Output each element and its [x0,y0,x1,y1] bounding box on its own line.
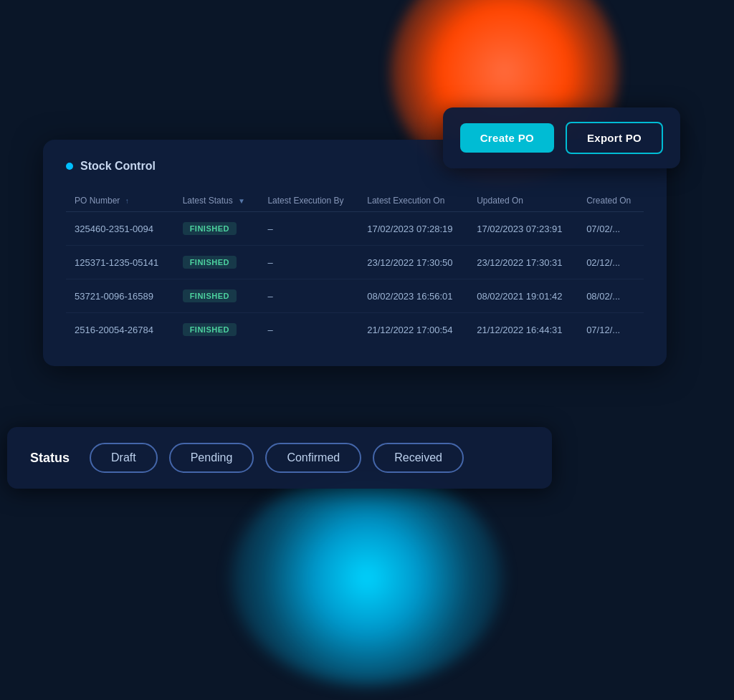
cell-updated-on: 21/12/2022 16:44:31 [468,313,578,347]
table-row: 53721-0096-16589 FINISHED – 08/02/2023 1… [66,279,644,313]
status-badge: FINISHED [183,256,237,269]
sort-icon-status: ▼ [238,197,245,205]
table-header-row: PO Number ↑ Latest Status ▼ Latest Execu… [66,190,644,212]
cell-created-on: 07/12/... [578,313,644,347]
col-latest-status: Latest Status ▼ [174,190,259,212]
cell-exec-on: 23/12/2022 17:30:50 [358,246,468,279]
po-table: PO Number ↑ Latest Status ▼ Latest Execu… [66,190,644,346]
cell-status: FINISHED [174,313,259,347]
cell-exec-by: – [259,246,358,279]
status-filter-card: Status DraftPendingConfirmedReceived [7,427,552,489]
sort-icon: ↑ [125,197,129,205]
cell-updated-on: 17/02/2023 07:23:91 [468,212,578,246]
cell-exec-on: 17/02/2023 07:28:19 [358,212,468,246]
table-header: PO Number ↑ Latest Status ▼ Latest Execu… [66,190,644,212]
status-badge: FINISHED [183,289,237,302]
cell-status: FINISHED [174,279,259,313]
status-filter-label: Status [30,451,70,466]
cell-exec-by: – [259,279,358,313]
cell-status: FINISHED [174,212,259,246]
table-row: 325460-2351-0094 FINISHED – 17/02/2023 0… [66,212,644,246]
status-filter-received[interactable]: Received [373,443,464,473]
export-po-button[interactable]: Export PO [566,122,663,154]
status-badge: FINISHED [183,323,237,336]
card-title: Stock Control [80,160,156,173]
cell-po-number: 125371-1235-05141 [66,246,174,279]
create-po-button[interactable]: Create PO [460,123,554,153]
col-latest-exec-on: Latest Execution On [358,190,468,212]
col-created-on: Created On [578,190,644,212]
cell-po-number: 325460-2351-0094 [66,212,174,246]
action-card: Create PO Export PO [443,107,680,168]
status-filters: DraftPendingConfirmedReceived [90,443,464,473]
cell-created-on: 02/12/... [578,246,644,279]
table-row: 2516-20054-26784 FINISHED – 21/12/2022 1… [66,313,644,347]
cell-exec-on: 21/12/2022 17:00:54 [358,313,468,347]
col-latest-exec-by: Latest Execution By [259,190,358,212]
status-filter-draft[interactable]: Draft [90,443,158,473]
status-badge: FINISHED [183,222,237,235]
cell-po-number: 53721-0096-16589 [66,279,174,313]
cell-exec-by: – [259,313,358,347]
cell-created-on: 07/02/... [578,212,644,246]
cell-created-on: 08/02/... [578,279,644,313]
status-filter-pending[interactable]: Pending [169,443,254,473]
col-updated-on: Updated On [468,190,578,212]
bottom-orb [231,471,503,686]
cell-updated-on: 23/12/2022 17:30:31 [468,246,578,279]
main-card: Stock Control PO Number ↑ Latest Status … [43,140,667,366]
status-filter-confirmed[interactable]: Confirmed [265,443,361,473]
table-row: 125371-1235-05141 FINISHED – 23/12/2022 … [66,246,644,279]
cell-status: FINISHED [174,246,259,279]
table-body: 325460-2351-0094 FINISHED – 17/02/2023 0… [66,212,644,347]
cell-exec-by: – [259,212,358,246]
cell-exec-on: 08/02/2023 16:56:01 [358,279,468,313]
status-dot-icon [66,163,73,170]
cell-po-number: 2516-20054-26784 [66,313,174,347]
cell-updated-on: 08/02/2021 19:01:42 [468,279,578,313]
col-po-number: PO Number ↑ [66,190,174,212]
